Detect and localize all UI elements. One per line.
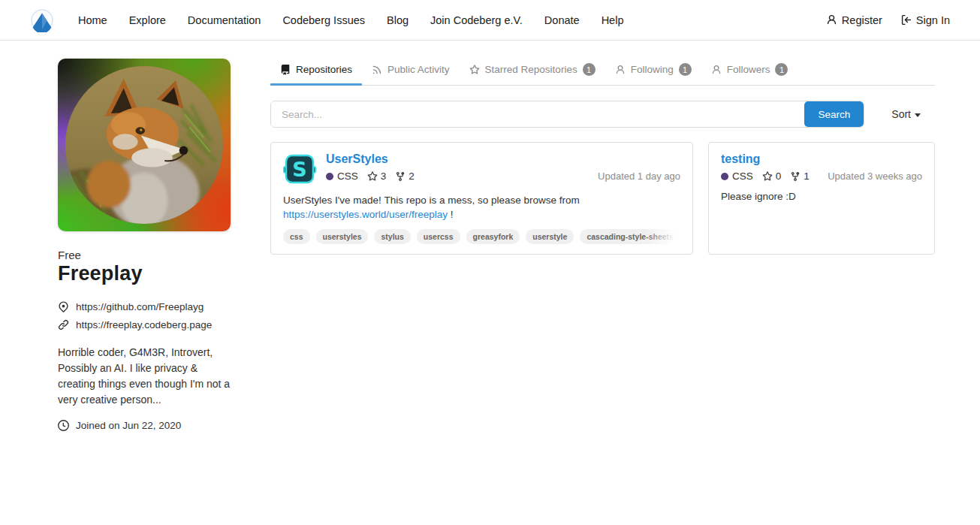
- starred-count-badge: 1: [583, 63, 596, 76]
- rss-icon: [372, 65, 382, 75]
- person-icon: [711, 65, 722, 75]
- topic-pill[interactable]: userstyle: [526, 229, 574, 244]
- topic-pill[interactable]: stylus: [374, 229, 410, 244]
- chevron-down-icon: [915, 113, 921, 117]
- repo-description: Please ignore :D: [721, 190, 922, 204]
- search-input[interactable]: [271, 101, 804, 127]
- repo-title-link[interactable]: UserStyles: [326, 152, 388, 165]
- topic-pill[interactable]: userstyles: [316, 229, 369, 244]
- star-count: 3: [381, 170, 387, 182]
- profile-sidebar: Free Freeplay https://github.com/Freepla…: [58, 41, 234, 431]
- sign-in-button[interactable]: Sign In: [900, 14, 950, 26]
- tab-label: Starred Repositories: [485, 64, 577, 75]
- repo-search-row: Search Sort: [270, 101, 935, 128]
- nav-donate[interactable]: Donate: [544, 14, 580, 26]
- star-icon: [762, 171, 773, 182]
- link-icon: [58, 319, 69, 330]
- nav-blog[interactable]: Blog: [387, 14, 409, 26]
- sort-label: Sort: [891, 108, 911, 120]
- profile-pages-link[interactable]: https://freeplay.codeberg.page: [76, 319, 212, 330]
- profile-username: Free: [58, 249, 234, 261]
- repo-description-link[interactable]: https://userstyles.world/user/freeplay: [283, 209, 448, 220]
- codeberg-logo-icon[interactable]: [30, 8, 54, 32]
- fork-icon: [790, 171, 801, 182]
- language-dot: [721, 173, 728, 180]
- star-icon: [469, 65, 480, 75]
- followers-count-badge: 1: [775, 63, 788, 76]
- stylus-logo-icon[interactable]: S: [283, 152, 316, 186]
- topic-pill[interactable]: usercss: [417, 229, 460, 244]
- sign-in-icon: [900, 14, 912, 26]
- fox-avatar-image: [65, 66, 223, 224]
- tab-starred-repositories[interactable]: Starred Repositories 1: [460, 56, 605, 85]
- tab-label: Followers: [727, 64, 770, 75]
- repo-description-text: UserStyles I've made! This repo is a mes…: [283, 195, 580, 206]
- profile-website-row: https://github.com/Freeplayg: [58, 301, 234, 312]
- topic-pill[interactable]: greasyfork: [466, 229, 520, 244]
- repo-head-text: UserStyles CSS 3 2 Updated 1 day ago: [326, 152, 680, 186]
- fork-count: 1: [804, 170, 810, 182]
- tab-repositories[interactable]: Repositories: [270, 56, 362, 85]
- svg-text:S: S: [292, 158, 306, 181]
- topic-pill[interactable]: css: [283, 229, 310, 244]
- repository-list: S UserStyles CSS 3 2 Updated 1 day ago: [270, 142, 935, 255]
- top-navbar: Home Explore Documentation Codeberg Issu…: [0, 0, 980, 41]
- profile-github-link[interactable]: https://github.com/Freeplayg: [76, 301, 204, 312]
- repo-language: CSS: [337, 170, 358, 182]
- tab-following[interactable]: Following 1: [605, 56, 701, 85]
- repo-description-text: Please ignore :D: [721, 191, 796, 202]
- register-label: Register: [842, 14, 882, 26]
- nav-explore[interactable]: Explore: [129, 14, 166, 26]
- tab-label: Repositories: [296, 64, 352, 75]
- profile-joined: Joined on Jun 22, 2020: [58, 420, 234, 431]
- profile-display-name: Freeplay: [58, 262, 234, 285]
- fork-icon: [395, 171, 406, 182]
- search-button[interactable]: Search: [804, 101, 864, 127]
- profile-bio: Horrible coder, G4M3R, Introvert, Possib…: [58, 345, 234, 408]
- repo-updated: Updated 3 weeks ago: [828, 170, 922, 182]
- repo-meta: CSS 0 1 Updated 3 weeks ago: [721, 170, 922, 182]
- location-icon: [58, 301, 69, 312]
- nav-auth-area: Register Sign In: [826, 14, 950, 26]
- tab-label: Public Activity: [387, 64, 450, 75]
- nav-join-codeberg[interactable]: Join Codeberg e.V.: [430, 14, 523, 26]
- person-icon: [826, 14, 837, 26]
- register-button[interactable]: Register: [826, 14, 882, 26]
- nav-home[interactable]: Home: [78, 14, 107, 26]
- joined-date: Joined on Jun 22, 2020: [76, 420, 181, 431]
- tab-public-activity[interactable]: Public Activity: [362, 56, 460, 85]
- language-dot: [326, 173, 333, 180]
- main-nav: Home Explore Documentation Codeberg Issu…: [78, 14, 623, 26]
- tab-label: Following: [631, 64, 674, 75]
- profile-links: https://github.com/Freeplayg https://fre…: [58, 301, 234, 330]
- page-body: Free Freeplay https://github.com/Freepla…: [0, 41, 980, 431]
- tab-followers[interactable]: Followers 1: [701, 56, 798, 85]
- profile-tabs: Repositories Public Activity Starred Rep…: [270, 56, 935, 86]
- topic-pill[interactable]: cascading-style-sheets: [580, 229, 680, 244]
- repo-updated: Updated 1 day ago: [598, 170, 680, 182]
- repo-title-link[interactable]: testing: [721, 152, 760, 165]
- person-icon: [615, 65, 626, 75]
- nav-help[interactable]: Help: [602, 14, 624, 26]
- sort-dropdown[interactable]: Sort: [891, 108, 921, 120]
- profile-website-row: https://freeplay.codeberg.page: [58, 319, 234, 330]
- repo-topics: css userstyles stylus usercss greasyfork…: [283, 229, 680, 244]
- repo-meta: CSS 3 2 Updated 1 day ago: [326, 170, 680, 182]
- nav-documentation[interactable]: Documentation: [188, 14, 261, 26]
- following-count-badge: 1: [679, 63, 692, 76]
- search-box: Search: [270, 101, 864, 128]
- repo-language: CSS: [732, 170, 753, 182]
- repo-description: UserStyles I've made! This repo is a mes…: [283, 194, 680, 222]
- repo-description-suffix: !: [451, 209, 454, 220]
- star-count: 0: [776, 170, 782, 182]
- user-avatar[interactable]: [58, 59, 231, 231]
- fork-count: 2: [409, 170, 415, 182]
- repo-icon: [280, 65, 291, 75]
- star-icon: [367, 171, 378, 182]
- profile-content: Repositories Public Activity Starred Rep…: [270, 41, 935, 255]
- sign-in-label: Sign In: [916, 14, 950, 26]
- repo-head: S UserStyles CSS 3 2 Updated 1 day ago: [283, 152, 680, 186]
- clock-icon: [58, 420, 69, 431]
- nav-codeberg-issues[interactable]: Codeberg Issues: [282, 14, 365, 26]
- repo-card-testing: testing CSS 0 1 Updated 3 weeks ago Plea…: [708, 142, 935, 255]
